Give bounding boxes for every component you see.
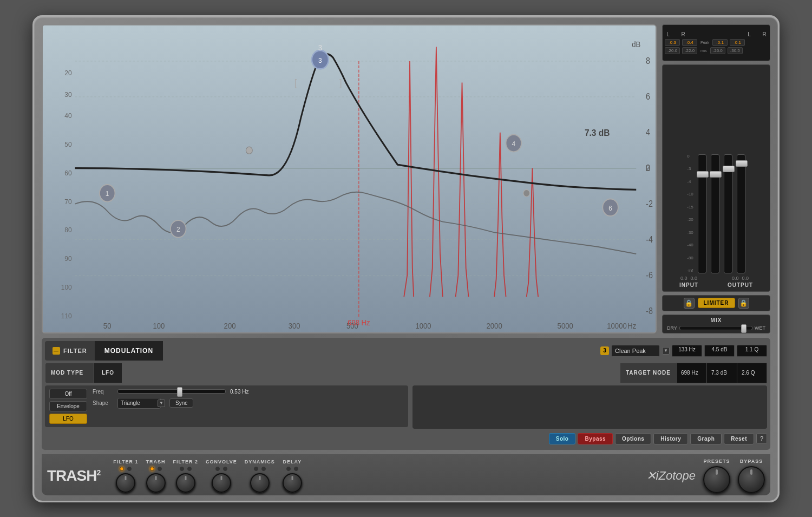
fader-section: 0 -3 -4 -10 -15 -20 -30 -40 -80 -inf [662,64,770,292]
trash-knob-row [150,467,162,471]
scale-4: -4 [687,180,693,184]
history-button[interactable]: History [653,433,688,444]
delay-label: DELAY [283,459,302,464]
meter-r-label2: R [761,31,768,37]
limiter-button[interactable]: LIMITER [698,298,735,308]
svg-rect-0 [43,25,656,332]
lfo-controls: Off Envelope LFO Freq 0.53 Hz Shape [45,385,408,427]
svg-text:3: 3 [318,56,322,64]
output-fader-r [737,154,745,273]
convolve-led-1 [215,467,220,471]
meter-val-ll: -0.3 [665,39,680,46]
svg-text:1000: 1000 [415,321,431,330]
options-button[interactable]: Options [615,433,651,444]
target-q: 2.6 Q [737,363,767,383]
node-freq: 133 Hz [672,345,702,357]
lfo-lfo-button[interactable]: LFO [49,414,87,424]
dynamics-knob[interactable] [250,473,270,493]
reset-button[interactable]: Reset [724,433,754,444]
svg-text:2: 2 [176,225,180,233]
dry-label: DRY [667,325,677,331]
mix-slider-thumb[interactable] [741,324,746,333]
help-button[interactable]: ? [756,433,767,444]
node-type-arrow[interactable] [662,347,670,355]
output-fader-r-track[interactable] [737,154,745,273]
output-lock-button[interactable]: 🔒 [738,298,749,309]
svg-text:dB: dB [632,39,640,48]
scale-inf: -inf [687,269,693,273]
modulation-label: MODULATION [104,347,153,355]
freq-slider-thumb[interactable] [177,387,182,397]
bypass-filter-button[interactable]: Bypass [578,433,613,444]
fader-scale: 0 -3 -4 -10 -15 -20 -30 -40 -80 -inf [687,154,693,273]
plugin-body: 8 6 4 2 0 -2 -4 -6 -8 dB 20 30 40 50 60 … [32,15,780,502]
output-val-l: 0.0 [732,276,739,281]
lfo-envelope-button[interactable]: Envelope [49,401,87,411]
svg-text:50: 50 [64,140,71,148]
shape-select[interactable]: Triangle Sine Square Sawtooth [117,398,161,409]
freq-label: Freq [93,389,113,395]
input-fader-r-thumb[interactable] [710,171,722,178]
mod-params-row: MOD TYPE LFO TARGET NODE 698 Hz 7.3 dB 2… [45,363,767,383]
output-fader-l-track[interactable] [724,154,732,273]
sync-button[interactable]: Sync [169,398,193,408]
wet-label: WET [755,325,765,331]
mix-slider-track[interactable] [679,326,752,330]
filter2-label: FILTER 2 [173,459,198,464]
input-fader-l-thumb[interactable] [697,171,709,178]
input-fader-r [711,154,719,273]
mix-section: MIX DRY WET [662,315,770,333]
limiter-row: 🔒 LIMITER 🔒 [662,295,770,311]
filter2-led-2 [187,467,192,471]
meter-val-lr: -0.4 [682,39,697,46]
svg-text:4: 4 [646,127,650,137]
filter1-led-orange[interactable] [120,467,124,471]
input-lock-button[interactable]: 🔒 [684,298,695,309]
scale-80: -80 [687,256,693,260]
svg-text:300: 300 [289,321,300,330]
output-fader-l-thumb[interactable] [723,166,735,172]
svg-text:60: 60 [64,169,71,177]
module-filter1: FILTER 1 [113,459,138,493]
module-trash: TRASH [146,459,166,493]
mix-slider-row: DRY WET [667,325,765,331]
eq-display[interactable]: 8 6 4 2 0 -2 -4 -6 -8 dB 20 30 40 50 60 … [42,24,657,333]
scale-40: -40 [687,243,693,247]
svg-text:[: [ [294,77,297,88]
freq-slider-track[interactable] [117,389,226,394]
svg-text:40: 40 [64,112,71,120]
mod-type-val: LFO [94,363,122,383]
output-fader-r-thumb[interactable] [736,160,748,167]
filter2-knob[interactable] [176,473,195,493]
solo-button[interactable]: Solo [549,433,576,444]
scale-20: -20 [687,218,693,222]
filter1-knob[interactable] [116,473,135,493]
modulation-tab[interactable]: MODULATION [95,341,163,361]
filter-modulation-bar: — FILTER MODULATION 3 Clean Peak 133 Hz … [45,341,767,361]
input-fader-r-track[interactable] [711,154,719,273]
graph-button[interactable]: Graph [690,433,722,444]
svg-text:50: 50 [103,321,112,330]
node-selector: 3 Clean Peak 133 Hz 4.5 dB 1.1 Q [600,345,767,357]
dynamics-led-2 [261,467,266,471]
svg-text:6: 6 [608,204,612,212]
input-fader-l-track[interactable] [698,154,706,273]
svg-point-53 [523,189,530,197]
mix-label: MIX [667,317,765,323]
trash-led-off [158,467,162,471]
filter-tab[interactable]: — FILTER [45,341,95,361]
fader-container: 0 -3 -4 -10 -15 -20 -30 -40 -80 -inf [665,68,768,273]
shape-arrow[interactable] [158,400,165,407]
trash-knob[interactable] [146,473,166,493]
plugin-logo: TRASH2 [47,467,100,485]
delay-knob[interactable] [283,473,302,493]
presets-knob[interactable] [703,466,730,493]
lfo-off-button[interactable]: Off [49,389,87,399]
svg-text:20: 20 [64,69,71,77]
node-number: 3 [600,346,609,355]
convolve-knob[interactable] [212,473,231,493]
bypass-knob[interactable] [738,466,765,493]
trash-led-orange[interactable] [150,467,154,471]
module-delay: DELAY [283,459,302,493]
node-type-select[interactable]: Clean Peak [611,345,660,357]
